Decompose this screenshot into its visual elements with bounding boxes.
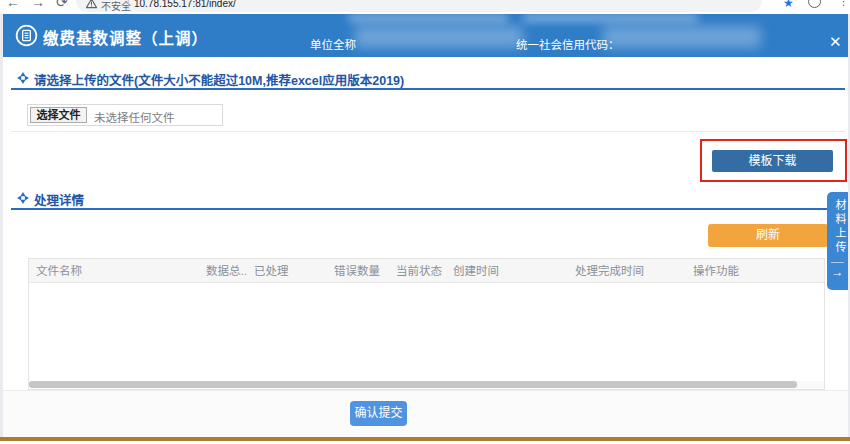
dialog-footer: 确认提交	[3, 390, 848, 437]
profile-icon[interactable]	[808, 0, 821, 8]
security-warning-icon	[86, 0, 97, 9]
bottom-edge-bar	[0, 437, 850, 441]
template-download-button[interactable]: 模板下载	[712, 150, 833, 172]
browser-back-icon[interactable]: ←	[6, 0, 20, 10]
material-upload-tab[interactable]: 材料上传 →	[827, 192, 848, 290]
dialog-title: 缴费基数调整（上调）	[43, 26, 208, 48]
results-table: 文件名称数据总...已处理错误数量当前状态创建时间处理完成时间操作功能	[28, 258, 825, 390]
document-icon	[15, 24, 38, 47]
no-file-selected-text: 未选择任何文件	[94, 109, 175, 125]
section-divider	[11, 131, 845, 132]
browser-toolbar: ← → ⟳ 不安全 | 10.78.155.17:81/index/ ★ ⋮	[0, 0, 850, 13]
column-header: 错误数量	[327, 259, 389, 282]
table-body-empty	[29, 284, 824, 383]
refresh-button[interactable]: 刷新	[708, 224, 828, 247]
company-name-redacted-top	[348, 14, 508, 22]
credit-code-redacted-top	[523, 14, 698, 22]
material-upload-tab-label: 材料上传	[827, 199, 848, 255]
url-separator: |	[127, 0, 130, 9]
confirm-submit-button[interactable]: 确认提交	[350, 401, 407, 426]
choose-file-button[interactable]: 选择文件	[30, 107, 87, 123]
section-diamond-icon	[17, 72, 29, 84]
bookmark-icon[interactable]: ★	[783, 0, 794, 10]
column-header: 创建时间	[446, 259, 568, 282]
browser-forward-icon[interactable]: →	[31, 0, 45, 10]
horizontal-scrollbar[interactable]	[29, 381, 824, 388]
dialog-header: 缴费基数调整（上调） 单位全称 统一社会信用代码： ✕	[3, 14, 848, 57]
browser-menu-icon[interactable]: ⋮	[838, 0, 849, 8]
scrollbar-thumb[interactable]	[29, 381, 797, 388]
dialog-body: 请选择上传的文件(文件大小不能超过10M,推荐excel应用版本2019) 选择…	[3, 57, 848, 390]
table-header-row: 文件名称数据总...已处理错误数量当前状态创建时间处理完成时间操作功能	[29, 259, 824, 283]
company-name-label: 单位全称	[310, 36, 356, 52]
column-header: 操作功能	[686, 259, 824, 282]
column-header: 数据总...	[199, 259, 247, 282]
upload-section-underline	[11, 88, 845, 90]
screen: ← → ⟳ 不安全 | 10.78.155.17:81/index/ ★ ⋮ 缴…	[0, 0, 850, 444]
column-header: 文件名称	[29, 259, 199, 282]
upload-section-title: 请选择上传的文件(文件大小不能超过10M,推荐excel应用版本2019)	[34, 70, 404, 89]
section-diamond-icon	[17, 192, 29, 204]
close-icon[interactable]: ✕	[829, 33, 842, 51]
column-header: 已处理	[247, 259, 327, 282]
details-section-title: 处理详情	[34, 190, 84, 209]
company-name-redacted	[355, 26, 523, 48]
details-section-underline	[11, 208, 845, 210]
side-tab-divider	[831, 262, 844, 263]
arrow-right-icon[interactable]: →	[827, 265, 848, 279]
credit-code-redacted	[603, 26, 761, 48]
column-header: 当前状态	[389, 259, 446, 282]
column-header: 处理完成时间	[568, 259, 686, 282]
url-text[interactable]: 10.78.155.17:81/index/	[134, 0, 236, 9]
browser-reload-icon[interactable]: ⟳	[56, 0, 68, 10]
file-input[interactable]: 选择文件 未选择任何文件	[27, 104, 223, 126]
